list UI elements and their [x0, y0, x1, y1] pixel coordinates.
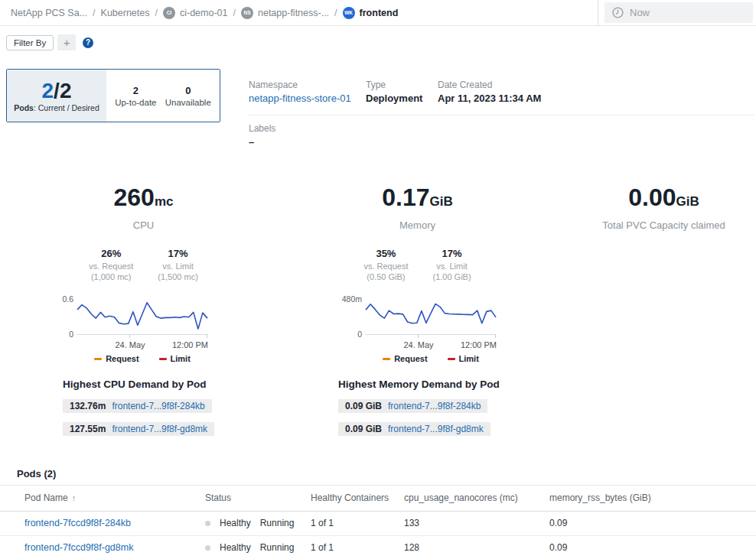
cpu-metric-column: 260mc CPU 26% vs. Request(1,000 mc) 17% … [54, 184, 233, 362]
type-label: Type [366, 80, 438, 90]
memory-vs-row: 35% vs. Request(0.50 GiB) 17% vs. Limit(… [327, 248, 507, 282]
column-header-pod-name[interactable]: Pod Name↑ [0, 486, 205, 511]
add-filter-button[interactable]: + [57, 34, 76, 50]
limit-swatch [448, 358, 455, 360]
memory-unit: GiB [430, 194, 453, 209]
pods-caption-bold: Pods [14, 103, 34, 112]
memory-vs-limit: 17% vs. Limit(1.00 GiB) [432, 248, 471, 282]
pvc-unit: GiB [676, 194, 699, 209]
memory-chart-ymin-tick: 0 [339, 330, 362, 339]
column-header-healthy-containers[interactable]: Healthy Containers [311, 486, 404, 511]
table-row: frontend-7fccd9f8f-gd8mk HealthyRunning … [0, 535, 756, 559]
unavailable-label: Unavailable [165, 98, 211, 107]
memory-vs-request-pct: 35% [363, 248, 408, 259]
unavailable-value: 0 [165, 85, 211, 96]
time-range-label: Now [630, 7, 650, 18]
pods-table-header-row: Pod Name↑ Status Healthy Containers cpu_… [0, 486, 756, 511]
up-to-date-stat: 2 Up-to-date [115, 85, 156, 107]
cpu-vs-limit-pct: 17% [158, 248, 198, 259]
breadcrumb-label: NetApp PCS Sa... [11, 8, 87, 18]
unavailable-stat: 0 Unavailable [165, 85, 211, 107]
page-title: frontend [360, 8, 399, 18]
pod-link[interactable]: frontend-7...9f8f-gd8mk [112, 424, 207, 434]
namespace-label: Namespace [249, 80, 366, 90]
labels-label: Labels [249, 123, 754, 134]
table-row: frontend-7fccd9f8f-284kb HealthyRunning … [0, 511, 756, 535]
breadcrumb-item-namespace[interactable]: NS netapp-fitness-... [241, 7, 329, 19]
time-range-selector[interactable]: Now [604, 2, 753, 23]
pods-caption-rest: : Current / Desired [34, 103, 99, 112]
labels-value: – [249, 136, 754, 148]
breadcrumb-item-kubernetes[interactable]: Kubernetes [101, 8, 150, 18]
highest-cpu-row: 127.55mfrontend-7...9f8f-gd8mk [63, 422, 214, 436]
health-status: Healthy [220, 518, 251, 528]
cpu-chart-ymax-tick: 0.6 [51, 294, 73, 304]
memory-demand-value: 0.09 GiB [345, 424, 382, 434]
namespace-link[interactable]: netapp-fitness-store-01 [249, 93, 366, 104]
status-cell: HealthyRunning [205, 518, 311, 528]
legend-item-limit[interactable]: Limit [159, 354, 191, 363]
highest-memory-section: Highest Memory Demand by Pod 0.09 GiBfro… [338, 379, 500, 436]
help-icon[interactable]: ? [83, 37, 93, 48]
pod-name-link[interactable]: frontend-7fccd9f8f-gd8mk [24, 542, 133, 553]
pvc-metric-column: 0.00GiB Total PVC Capacity claimed [574, 184, 754, 231]
pvc-number: 0.00 [628, 184, 676, 211]
memory-vs-request-caption: vs. Request(0.50 GiB) [363, 261, 408, 282]
legend-item-limit[interactable]: Limit [448, 354, 479, 363]
cpu-usage-cell: 128 [404, 535, 549, 559]
breadcrumb: NetApp PCS Sa... / Kubernetes / CI ci-de… [0, 7, 398, 19]
cpu-vs-request-pct: 26% [89, 248, 133, 259]
column-header-cpu-usage[interactable]: cpu_usage_nanocores (mc) [404, 486, 549, 511]
up-to-date-label: Up-to-date [115, 98, 156, 107]
date-created-value: Apr 11, 2023 11:34 AM [438, 93, 541, 104]
breadcrumb-item-tenant[interactable]: NetApp PCS Sa... [11, 8, 87, 18]
sort-ascending-icon: ↑ [72, 493, 77, 502]
breadcrumb-label: Kubernetes [101, 8, 150, 18]
breadcrumb-separator: / [155, 8, 157, 18]
memory-chart-plot [365, 299, 497, 339]
memory-value: 0.17GiB [327, 184, 507, 216]
column-header-status[interactable]: Status [205, 486, 311, 511]
memory-number: 0.17 [382, 184, 429, 211]
memory-chart-ymax-tick: 480m [339, 294, 362, 304]
legend-item-request[interactable]: Request [94, 354, 138, 363]
cpu-demand-value: 127.55m [70, 424, 106, 434]
request-swatch [94, 358, 102, 360]
cpu-value: 260mc [54, 184, 233, 216]
memory-chart-legend: Request Limit [365, 354, 497, 363]
request-swatch [383, 358, 390, 360]
top-bar: NetApp PCS Sa... / Kubernetes / CI ci-de… [0, 0, 756, 26]
cpu-unit: mc [155, 194, 174, 209]
cluster-icon: CI [163, 7, 175, 19]
memory-vs-request: 35% vs. Request(0.50 GiB) [363, 248, 408, 282]
pod-link[interactable]: frontend-7...9f8f-gd8mk [388, 424, 484, 434]
breadcrumb-label: netapp-fitness-... [258, 8, 329, 18]
pods-desired: /2 [54, 79, 71, 102]
healthy-containers-cell: 1 of 1 [311, 535, 404, 559]
cpu-vs-limit-caption: vs. Limit(1,500 mc) [158, 261, 198, 282]
column-header-memory-rss[interactable]: memory_rss_bytes (GiB) [549, 486, 756, 511]
cpu-vs-request: 26% vs. Request(1,000 mc) [89, 248, 133, 282]
cpu-vs-request-caption: vs. Request(1,000 mc) [89, 261, 133, 282]
filter-by-button[interactable]: Filter By [6, 35, 54, 50]
pod-link[interactable]: frontend-7...9f8f-284kb [112, 401, 204, 411]
memory-label: Memory [327, 219, 507, 231]
cpu-usage-cell: 133 [404, 511, 549, 535]
pod-link[interactable]: frontend-7...9f8f-284kb [388, 401, 481, 411]
pods-summary-card: 2/2 Pods: Current / Desired 2 Up-to-date… [6, 69, 220, 122]
cpu-label: CPU [54, 219, 233, 231]
memory-usage-chart: 480m 0 24. May 12:00 PM Request Limit [339, 294, 497, 362]
cpu-usage-chart: 0.6 0 24. May 12:00 PM Request Limit [51, 294, 208, 362]
pod-name-link[interactable]: frontend-7fccd9f8f-284kb [24, 518, 131, 528]
limit-swatch [159, 358, 167, 360]
pods-current: 2 [42, 79, 54, 102]
status-cell: HealthyRunning [205, 542, 311, 553]
legend-item-request[interactable]: Request [383, 354, 427, 363]
breadcrumb-item-cluster[interactable]: CI ci-demo-01 [163, 7, 228, 19]
cpu-demand-value: 132.76m [70, 401, 106, 411]
highest-memory-title: Highest Memory Demand by Pod [338, 379, 500, 390]
pods-status-pane: 2 Up-to-date 0 Unavailable [106, 70, 220, 122]
filter-bar: Filter By + ? [6, 34, 93, 50]
highest-memory-row: 0.09 GiBfrontend-7...9f8f-gd8mk [338, 422, 490, 436]
memory-demand-value: 0.09 GiB [345, 401, 382, 411]
